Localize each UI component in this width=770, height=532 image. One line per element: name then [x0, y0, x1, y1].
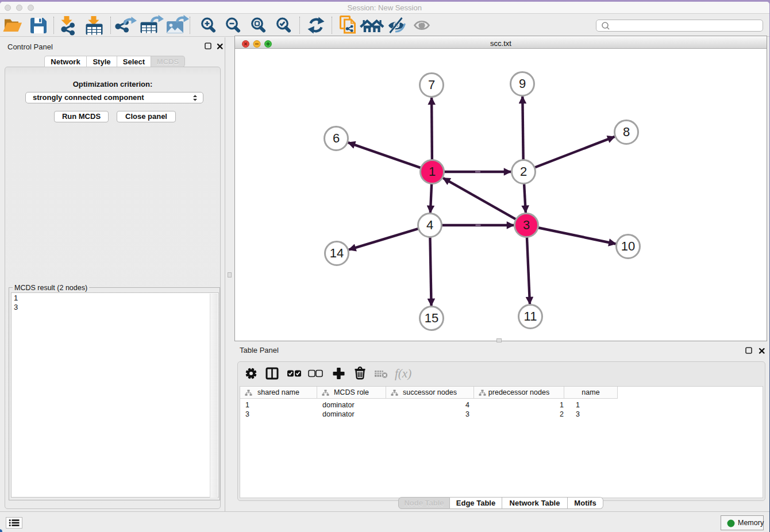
svg-text:1: 1: [429, 164, 436, 179]
svg-text:7: 7: [428, 78, 435, 92]
svg-text:8: 8: [623, 125, 630, 139]
svg-text:6: 6: [333, 131, 340, 145]
svg-text:f(x): f(x): [395, 367, 411, 380]
svg-text:3: 3: [523, 218, 530, 232]
svg-text:2: 2: [520, 164, 527, 179]
svg-text:9: 9: [519, 76, 526, 91]
svg-text:11: 11: [524, 309, 537, 323]
svg-text:14: 14: [330, 246, 344, 260]
svg-text:15: 15: [425, 311, 438, 325]
svg-text:4: 4: [426, 218, 433, 232]
svg-text:10: 10: [621, 239, 635, 253]
